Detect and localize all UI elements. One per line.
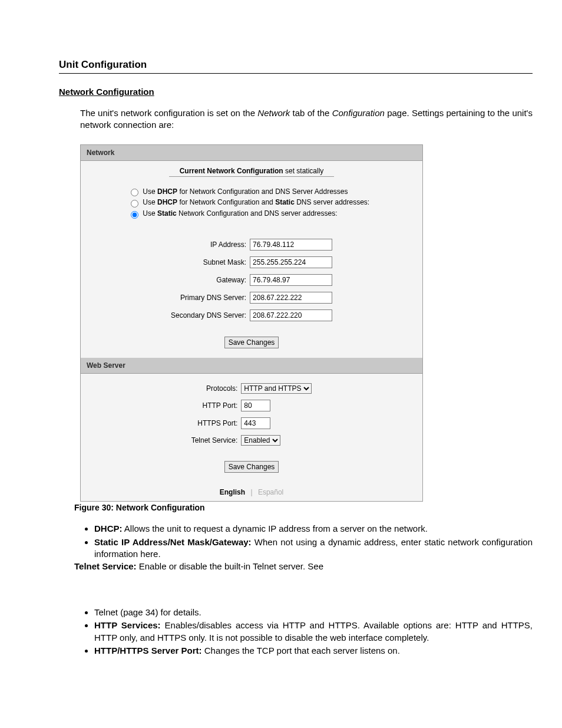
panel-header-web-server: Web Server: [81, 358, 422, 374]
intro-paragraph: The unit's network configuration is set …: [80, 107, 533, 131]
label-ip-address: IP Address:: [170, 236, 247, 253]
list-item: DHCP: Allows the unit to request a dynam…: [94, 523, 533, 535]
radio-label-text: Use: [143, 187, 157, 196]
radio-label-bold: DHCP: [157, 187, 177, 196]
telnet-bold: Telnet Service:: [74, 561, 137, 571]
list-item: Telnet (page 34) for details.: [94, 607, 533, 618]
lang-spanish[interactable]: Español: [258, 488, 283, 496]
list-item: HTTP/HTTPS Server Port: Changes the TCP …: [94, 645, 533, 657]
input-secondary-dns[interactable]: [250, 309, 332, 321]
label-subnet-mask: Subnet Mask:: [170, 254, 247, 271]
description-list-b: Telnet (page 34) for details. HTTP Servi…: [80, 607, 533, 657]
label-primary-dns: Primary DNS Server:: [170, 289, 247, 306]
label-gateway: Gateway:: [170, 272, 247, 288]
label-https-port: HTTPS Port:: [190, 415, 239, 431]
description-list-a: DHCP: Allows the unit to request a dynam…: [80, 523, 533, 560]
lang-separator: |: [250, 488, 252, 496]
list-item-bold: HTTP/HTTPS Server Port:: [94, 645, 202, 655]
radio-row-dhcp-static-dns[interactable]: Use DHCP for Network Configuration and S…: [128, 197, 416, 208]
list-item: Static IP Address/Net Mask/Gateway: When…: [94, 536, 533, 561]
radio-row-dhcp-all[interactable]: Use DHCP for Network Configuration and D…: [128, 186, 416, 197]
input-gateway[interactable]: [250, 274, 332, 286]
radio-label-text: Network Configuration and DNS server add…: [177, 209, 338, 218]
divider: [169, 176, 334, 177]
radio-label-text: for Network Configuration and: [177, 198, 275, 206]
list-item-text: Changes the TCP port that each server li…: [202, 645, 400, 655]
intro-italic-network: Network: [257, 108, 290, 118]
input-https-port[interactable]: [241, 417, 270, 429]
radio-label-bold: Static: [275, 198, 295, 206]
radio-dhcp-all[interactable]: [131, 189, 138, 196]
radio-row-static-all[interactable]: Use Static Network Configuration and DNS…: [128, 208, 416, 219]
save-changes-webserver-button[interactable]: Save Changes: [224, 461, 279, 473]
lang-english[interactable]: English: [220, 488, 245, 496]
input-ip-address[interactable]: [250, 239, 332, 251]
label-secondary-dns: Secondary DNS Server:: [170, 307, 247, 324]
radio-dhcp-static-dns[interactable]: [131, 200, 138, 207]
intro-text: The unit's network configuration is set …: [80, 108, 257, 118]
label-protocols: Protocols:: [190, 381, 239, 396]
list-item-bold: HTTP Services:: [94, 620, 161, 630]
input-primary-dns[interactable]: [250, 292, 332, 304]
current-config-rest: set statically: [283, 167, 324, 175]
heading-network-configuration: Network Configuration: [59, 87, 533, 97]
telnet-service-line: Telnet Service: Enable or disable the bu…: [74, 561, 533, 571]
intro-text: tab of the: [290, 108, 332, 118]
label-telnet-service: Telnet Service:: [190, 433, 239, 448]
select-telnet-service[interactable]: Enabled: [241, 435, 280, 446]
list-item-text: Allows the unit to request a dynamic IP …: [123, 523, 428, 533]
label-http-port: HTTP Port:: [190, 397, 239, 414]
input-http-port[interactable]: [241, 400, 270, 411]
current-config-line: Current Network Configuration set static…: [87, 167, 416, 175]
telnet-text: Enable or disable the built-in Telnet se…: [137, 561, 323, 571]
list-item-text: Telnet (page 34) for details.: [94, 607, 201, 617]
current-config-bold: Current Network Configuration: [180, 167, 283, 175]
radio-label-text: for Network Configuration and DNS Server…: [177, 187, 348, 196]
list-item: HTTP Services: Enables/disables access v…: [94, 620, 533, 644]
select-protocols[interactable]: HTTP and HTTPS: [241, 383, 312, 394]
radio-static-all[interactable]: [131, 211, 138, 219]
config-screenshot: Network Current Network Configuration se…: [80, 144, 423, 502]
panel-header-network: Network: [81, 145, 422, 161]
figure-caption: Figure 30: Network Configuration: [74, 503, 533, 512]
intro-italic-configuration: Configuration: [332, 108, 385, 118]
language-bar: English | Español: [81, 482, 422, 501]
radio-label-bold: Static: [157, 209, 177, 218]
radio-label-bold: DHCP: [157, 198, 177, 206]
save-changes-network-button[interactable]: Save Changes: [224, 337, 279, 348]
radio-label-text: Use: [143, 198, 157, 206]
radio-label-text: Use: [143, 209, 157, 218]
heading-unit-configuration: Unit Configuration: [59, 59, 533, 74]
radio-label-text: DNS server addresses:: [295, 198, 369, 206]
input-subnet-mask[interactable]: [250, 256, 332, 268]
list-item-bold: Static IP Address/Net Mask/Gateway:: [94, 537, 252, 547]
list-item-bold: DHCP:: [94, 523, 123, 533]
